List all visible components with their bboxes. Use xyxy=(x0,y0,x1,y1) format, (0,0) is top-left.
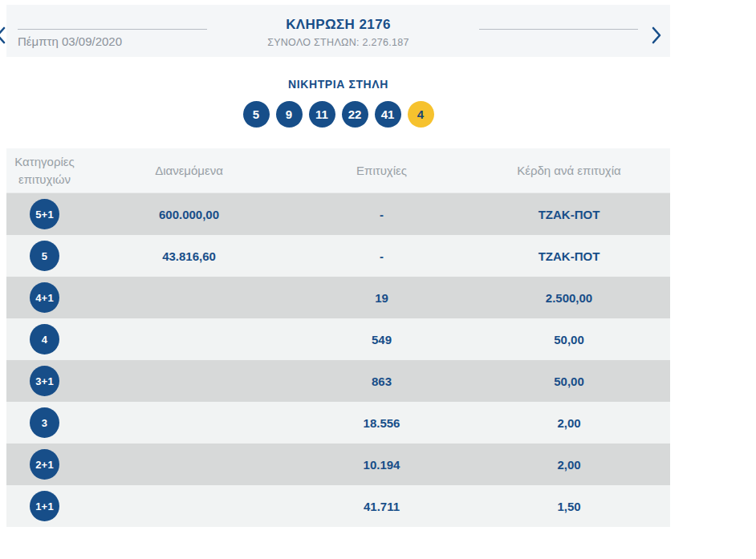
divider xyxy=(479,29,638,30)
draw-navigation-header: Πέμπτη 03/09/2020 ΚΛΗΡΩΣΗ 2176 ΣΥΝΟΛΟ ΣΤ… xyxy=(6,5,670,57)
table-row: 5 43.816,60 - ΤΖΑΚ-ΠΟΤ xyxy=(6,235,670,277)
table-row: 5+1 600.000,00 - ΤΖΑΚ-ΠΟΤ xyxy=(6,193,670,235)
category-badge: 5+1 xyxy=(30,199,59,229)
table-row: 3+1 863 50,00 xyxy=(6,360,670,402)
distributed-value xyxy=(83,318,295,360)
winning-column-section: ΝΙΚΗΤΡΙΑ ΣΤΗΛΗ 5 9 11 22 41 4 xyxy=(6,78,670,128)
winning-number-ball: 11 xyxy=(309,101,335,128)
prize-value: 2,00 xyxy=(468,402,670,444)
category-badge: 2+1 xyxy=(30,449,59,480)
previous-draw-section: Πέμπτη 03/09/2020 xyxy=(6,5,207,57)
total-columns: ΣΥΝΟΛΟ ΣΤΗΛΩΝ: 2.276.187 xyxy=(207,37,469,48)
table-row: 3 18.556 2,00 xyxy=(6,402,670,444)
bonus-number-ball: 4 xyxy=(408,101,434,128)
winners-value: 18.556 xyxy=(295,402,468,444)
category-badge: 4 xyxy=(30,324,59,354)
category-badge: 1+1 xyxy=(30,491,59,521)
header-prize: Κέρδη ανά επιτυχία xyxy=(468,148,670,192)
table-row: 2+1 10.194 2,00 xyxy=(6,444,670,485)
prize-value: 2.500,00 xyxy=(468,277,670,318)
winners-value: 863 xyxy=(295,360,468,402)
winning-column-title: ΝΙΚΗΤΡΙΑ ΣΤΗΛΗ xyxy=(6,78,670,91)
prize-value: ΤΖΑΚ-ΠΟΤ xyxy=(468,193,670,235)
distributed-value xyxy=(83,444,295,485)
winning-number-ball: 9 xyxy=(276,101,303,128)
table-row: 4+1 19 2.500,00 xyxy=(6,277,670,318)
table-row: 1+1 41.711 1,50 xyxy=(6,485,670,527)
winning-number-ball: 5 xyxy=(243,101,270,128)
divider xyxy=(18,29,207,30)
winning-number-ball: 41 xyxy=(375,101,401,128)
header-winners: Επιτυχίες xyxy=(295,148,468,192)
draw-title: ΚΛΗΡΩΣΗ 2176 xyxy=(207,17,469,33)
category-badge: 3+1 xyxy=(30,366,59,396)
previous-draw-chevron-left-icon[interactable] xyxy=(0,26,10,44)
prize-value: 50,00 xyxy=(468,318,670,360)
winners-value: 41.711 xyxy=(295,485,468,527)
table-row: 4 549 50,00 xyxy=(6,318,670,360)
header-category: Κατηγορίες επιτυχιών xyxy=(6,148,83,192)
current-draw-info: ΚΛΗΡΩΣΗ 2176 ΣΥΝΟΛΟ ΣΤΗΛΩΝ: 2.276.187 xyxy=(207,5,469,57)
winning-numbers: 5 9 11 22 41 4 xyxy=(6,101,670,128)
distributed-value: 600.000,00 xyxy=(83,193,295,235)
winners-value: 549 xyxy=(295,318,468,360)
winning-number-ball: 22 xyxy=(342,101,368,128)
category-badge: 5 xyxy=(30,241,59,271)
draw-results-panel: Πέμπτη 03/09/2020 ΚΛΗΡΩΣΗ 2176 ΣΥΝΟΛΟ ΣΤ… xyxy=(6,5,670,527)
distributed-value xyxy=(83,485,295,527)
category-badge: 4+1 xyxy=(30,282,59,313)
table-header-row: Κατηγορίες επιτυχιών Διανεμόμενα Επιτυχί… xyxy=(6,148,670,193)
next-draw-section xyxy=(469,5,670,57)
prize-value: 1,50 xyxy=(468,485,670,527)
draw-date: Πέμπτη 03/09/2020 xyxy=(18,34,207,48)
distributed-value xyxy=(83,402,295,444)
prize-value: ΤΖΑΚ-ΠΟΤ xyxy=(468,235,670,277)
distributed-value xyxy=(83,277,295,318)
winners-value: 19 xyxy=(295,277,468,318)
next-draw-chevron-right-icon[interactable] xyxy=(651,26,665,44)
winners-value: - xyxy=(295,235,468,277)
total-columns-label: ΣΥΝΟΛΟ ΣΤΗΛΩΝ: xyxy=(267,37,360,48)
prize-categories-table: Κατηγορίες επιτυχιών Διανεμόμενα Επιτυχί… xyxy=(6,148,670,527)
winners-value: - xyxy=(295,193,468,235)
distributed-value: 43.816,60 xyxy=(83,235,295,277)
winners-value: 10.194 xyxy=(295,444,468,485)
distributed-value xyxy=(83,360,295,402)
header-distributed: Διανεμόμενα xyxy=(83,148,295,192)
prize-value: 50,00 xyxy=(468,360,670,402)
total-columns-value: 2.276.187 xyxy=(363,37,409,48)
prize-value: 2,00 xyxy=(468,444,670,485)
category-badge: 3 xyxy=(30,407,59,438)
